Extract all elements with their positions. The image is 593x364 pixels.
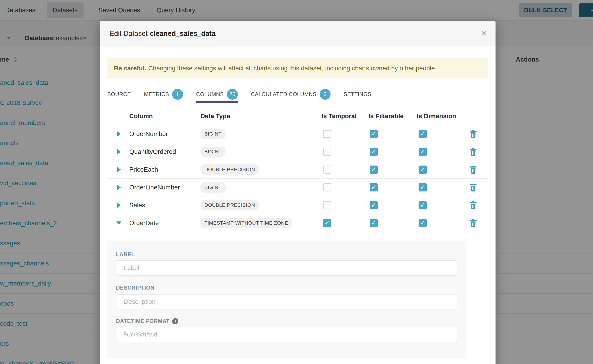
column-name: OrderNumber <box>129 130 168 137</box>
tab-label: SOURCE <box>107 91 131 98</box>
warning-banner: Be careful. Changing these settings will… <box>107 58 488 78</box>
delete-column-icon[interactable] <box>469 219 477 227</box>
tab-metrics[interactable]: METRICS 1 <box>144 86 183 103</box>
data-type-pill: TIMESTAMP WITHOUT TIME ZONE <box>200 218 292 228</box>
is-filterable-checkbox[interactable] <box>370 148 378 156</box>
is-filterable-checkbox[interactable] <box>370 183 378 191</box>
is-dimension-checkbox[interactable] <box>419 148 427 156</box>
is-filterable-checkbox[interactable] <box>370 219 378 227</box>
tab-label: METRICS <box>144 91 169 98</box>
data-type-pill: BIGINT <box>200 129 226 139</box>
column-name: PriceEach <box>129 166 158 173</box>
is-filterable-checkbox[interactable] <box>370 166 378 174</box>
is-dimension-checkbox[interactable] <box>419 166 427 174</box>
is-dimension-checkbox[interactable] <box>419 183 427 191</box>
columns-table-body: OrderNumber BIGINT QuantityOrdered BIGIN… <box>107 125 488 232</box>
column-header: Column <box>129 112 153 120</box>
is-filterable-header: Is Filterable <box>369 112 404 120</box>
is-dimension-header: Is Dimension <box>417 112 456 120</box>
column-name: Sales <box>129 202 145 209</box>
is-temporal-checkbox[interactable] <box>323 219 331 227</box>
is-temporal-checkbox[interactable] <box>323 183 331 191</box>
expand-caret-icon[interactable] <box>116 221 121 225</box>
edit-dataset-modal: Edit Dataset cleaned_sales_data ✕ Be car… <box>100 21 495 364</box>
info-icon[interactable] <box>172 318 178 324</box>
tab-columns[interactable]: COLUMNS 25 <box>196 86 238 103</box>
columns-count-badge: 25 <box>227 89 238 100</box>
column-row: QuantityOrdered BIGINT <box>107 143 488 161</box>
tab-calculated-columns[interactable]: CALCULATED COLUMNS 0 <box>251 86 330 103</box>
description-input[interactable] <box>116 294 457 309</box>
is-filterable-checkbox[interactable] <box>370 130 378 138</box>
data-type-pill: DOUBLE PRECISION <box>200 200 259 210</box>
warning-text: Changing these settings will affect all … <box>148 65 436 72</box>
is-temporal-checkbox[interactable] <box>323 166 331 174</box>
column-row: Sales DOUBLE PRECISION <box>107 196 488 214</box>
data-type-header: Data Type <box>200 112 230 120</box>
expand-caret-icon[interactable] <box>117 149 121 154</box>
is-temporal-checkbox[interactable] <box>323 201 331 209</box>
column-name: OrderDate <box>129 220 159 227</box>
close-icon[interactable]: ✕ <box>481 21 488 46</box>
is-dimension-checkbox[interactable] <box>419 130 427 138</box>
delete-column-icon[interactable] <box>469 183 477 192</box>
data-type-pill: BIGINT <box>200 182 226 193</box>
is-dimension-checkbox[interactable] <box>419 219 427 227</box>
warning-bold: Be careful. <box>114 65 146 72</box>
is-temporal-header: Is Temporal <box>322 112 356 120</box>
label-field-label: LABEL <box>116 251 135 258</box>
expand-caret-icon[interactable] <box>117 185 121 190</box>
label-text: LABEL <box>116 251 135 258</box>
label-text: DESCRIPTION <box>116 285 155 291</box>
tab-label: CALCULATED COLUMNS <box>251 91 316 98</box>
modal-header: Edit Dataset cleaned_sales_data ✕ <box>100 21 495 46</box>
column-row: OrderLineNumber BIGINT <box>107 179 488 196</box>
modal-title-prefix: Edit Dataset <box>109 30 148 38</box>
modal-title: Edit Dataset cleaned_sales_data <box>109 21 216 46</box>
calculated-columns-count-badge: 0 <box>320 89 330 100</box>
delete-column-icon[interactable] <box>469 148 477 156</box>
column-row: OrderNumber BIGINT <box>107 125 488 143</box>
data-type-pill: DOUBLE PRECISION <box>200 164 259 175</box>
data-type-pill: BIGINT <box>200 147 226 157</box>
metrics-count-badge: 1 <box>172 89 183 100</box>
datetime-format-field-label: DATETIME FORMAT <box>116 318 178 324</box>
label-text: DATETIME FORMAT <box>116 318 170 324</box>
delete-column-icon[interactable] <box>469 130 477 138</box>
columns-table-header: Column Data Type Is Temporal Is Filterab… <box>107 111 488 125</box>
label-input[interactable] <box>116 260 457 276</box>
modal-tabs: SOURCE METRICS 1 COLUMNS 25 CALCULATED C… <box>107 86 488 103</box>
tab-settings[interactable]: SETTINGS <box>344 86 371 103</box>
tab-label: COLUMNS <box>196 91 224 98</box>
is-temporal-checkbox[interactable] <box>323 148 331 156</box>
expand-caret-icon[interactable] <box>117 203 121 208</box>
tab-source[interactable]: SOURCE <box>107 86 131 103</box>
column-detail-panel: LABEL DESCRIPTION DATETIME FORMAT <box>107 241 466 358</box>
modal-title-dataset: cleaned_sales_data <box>150 30 216 38</box>
delete-column-icon[interactable] <box>469 165 477 174</box>
is-filterable-checkbox[interactable] <box>370 201 378 209</box>
expand-caret-icon[interactable] <box>117 131 121 136</box>
is-dimension-checkbox[interactable] <box>419 201 427 209</box>
tab-label: SETTINGS <box>344 91 371 98</box>
description-field-label: DESCRIPTION <box>116 285 155 291</box>
expand-caret-icon[interactable] <box>117 167 121 172</box>
column-name: OrderLineNumber <box>129 184 180 191</box>
delete-column-icon[interactable] <box>469 201 477 209</box>
column-row: PriceEach DOUBLE PRECISION <box>107 161 488 179</box>
column-row: OrderDate TIMESTAMP WITHOUT TIME ZONE <box>107 214 488 232</box>
is-temporal-checkbox[interactable] <box>323 130 331 138</box>
datetime-format-input[interactable] <box>116 327 457 342</box>
column-name: QuantityOrdered <box>129 148 176 155</box>
